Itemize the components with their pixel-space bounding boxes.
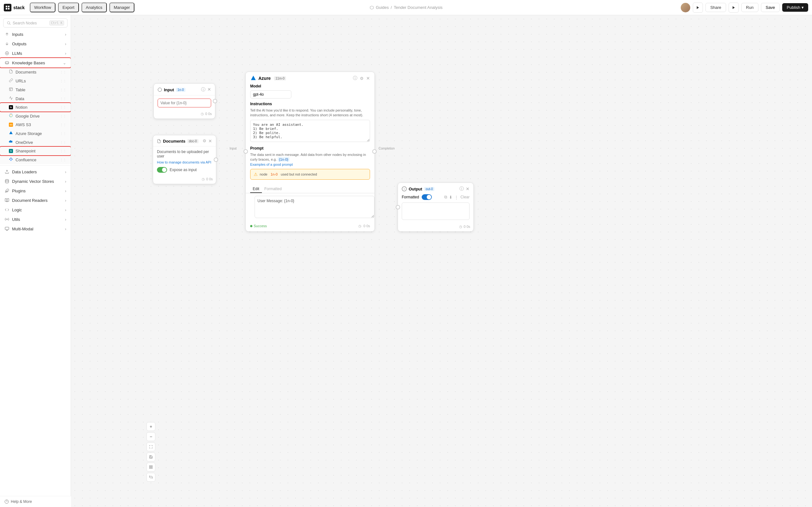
breadcrumb-folder[interactable]: Guides — [376, 5, 389, 10]
formatted-toggle[interactable] — [422, 194, 432, 200]
formatted-label: Formatted — [402, 195, 419, 199]
sidebar-item-inputs[interactable]: Inputs › — [0, 30, 71, 39]
info-icon[interactable]: ⓘ — [201, 87, 205, 93]
azure-instructions-textarea[interactable] — [250, 120, 370, 142]
svg-point-11 — [5, 179, 9, 181]
output-connector-left[interactable] — [396, 205, 400, 210]
node-docs-api-link[interactable]: How to manage documents via API — [157, 160, 211, 164]
sidebar-subitem-documents[interactable]: Documents ⋮⋮ — [0, 67, 71, 76]
sidebar-subitem-confluence[interactable]: Confluence ⋮⋮ — [0, 155, 71, 164]
warning-node-ref: 1n-0 — [269, 172, 279, 176]
info-icon-output[interactable]: ⓘ — [459, 186, 464, 192]
azure-prompt-group: Prompt The data sent in each message. Ad… — [246, 146, 374, 185]
sidebar-subitem-azure-storage[interactable]: Azure Storage ⋮⋮ — [0, 129, 71, 138]
azure-instructions-label: Instructions — [250, 102, 370, 106]
prompt-good-link[interactable]: Examples of a good prompt — [250, 163, 293, 166]
sidebar-item-dynamic-vector-stores[interactable]: Dynamic Vector Stores › — [0, 176, 71, 186]
drag-handle-icon-gdrive: ⋮⋮ — [60, 114, 66, 118]
clear-button[interactable]: Clear — [460, 195, 469, 199]
sidebar-subitem-onedrive[interactable]: OneDrive ⋮⋮ — [0, 138, 71, 147]
save-canvas-button[interactable] — [147, 452, 155, 461]
node-docs-header: Documents doc-0 ⚙ ✕ — [153, 135, 216, 147]
sidebar-label-inputs: Inputs — [12, 32, 62, 37]
tab-edit[interactable]: Edit — [250, 185, 262, 193]
sidebar-subitem-aws-s3[interactable]: S3 AWS S3 ⋮⋮ — [0, 120, 71, 129]
zoom-in-button[interactable]: + — [147, 422, 155, 431]
nav-tab-export[interactable]: Export — [58, 3, 79, 12]
input-connector-label: Input — [230, 147, 237, 150]
node-docs-description: Documents to be uploaded per user — [157, 150, 212, 158]
more-icon[interactable]: ⋮ — [454, 195, 458, 200]
share-button[interactable]: Share — [705, 3, 726, 12]
svg-marker-4 — [697, 6, 699, 9]
close-icon[interactable]: ✕ — [207, 87, 211, 93]
sidebar-item-knowledge-bases[interactable]: Knowledge Bases ⌄ — [0, 58, 71, 67]
azure-connector-right[interactable] — [372, 149, 377, 154]
logo: stack — [4, 4, 25, 11]
node-input-time: 0 0s — [205, 112, 212, 116]
fit-view-button[interactable] — [147, 442, 155, 451]
settings-icon-azure[interactable]: ⚙ — [360, 76, 364, 81]
node-documents: Documents doc-0 ⚙ ✕ Documents to be uplo… — [153, 135, 216, 184]
multi-modal-icon — [4, 226, 9, 231]
copy-icon[interactable]: ⧉ — [444, 194, 447, 200]
sidebar-item-data-loaders[interactable]: Data Loaders › — [0, 167, 71, 176]
logo-text: stack — [13, 5, 25, 10]
settings-icon[interactable]: ⚙ — [203, 138, 206, 144]
run-button[interactable]: Run — [741, 3, 758, 12]
download-icon[interactable]: ⬇ — [449, 195, 452, 200]
sidebar-item-plugins[interactable]: Plugins › — [0, 186, 71, 195]
sidebar-subitem-urls[interactable]: URLs ⋮⋮ — [0, 76, 71, 85]
docs-connector-right[interactable] — [214, 158, 218, 162]
sidebar-item-outputs[interactable]: Outputs › — [0, 39, 71, 49]
subitem-label-table: Table — [15, 88, 26, 92]
input-node-connector-out[interactable] — [213, 99, 217, 103]
grid-view-button[interactable] — [147, 463, 155, 471]
output-textarea[interactable] — [402, 203, 469, 220]
llms-icon — [4, 51, 9, 56]
sidebar-subitem-google-drive[interactable]: Google Drive ⋮⋮ — [0, 112, 71, 120]
run-play-icon[interactable] — [728, 3, 739, 13]
sidebar-item-multi-modal[interactable]: Multi-Modal › — [0, 224, 71, 233]
sidebar-item-document-readers[interactable]: Document Readers › — [0, 195, 71, 205]
minimap-button[interactable] — [147, 473, 155, 482]
model-select[interactable]: gpt-4o — [250, 90, 291, 99]
nav-tab-workflow[interactable]: Workflow — [30, 3, 55, 12]
sidebar-subitem-data[interactable]: Data ⋮⋮ — [0, 94, 71, 103]
output-title: Output — [409, 187, 422, 191]
info-icon-azure[interactable]: ⓘ — [353, 75, 357, 81]
close-icon-output[interactable]: ✕ — [466, 186, 469, 191]
azure-prompt-textarea[interactable]: User Message: {1n-0} — [255, 196, 374, 218]
output-header: + Output out-0 ⓘ ✕ — [398, 183, 473, 193]
node-input-value-field[interactable] — [158, 99, 211, 107]
svg-rect-19 — [150, 467, 151, 469]
save-button[interactable]: Save — [761, 3, 780, 12]
close-icon-azure[interactable]: ✕ — [366, 76, 370, 81]
chevron-right-utils: › — [65, 217, 66, 222]
node-docs-footer: ◷ 0 0s — [153, 176, 216, 184]
sidebar-item-logic[interactable]: Logic › — [0, 205, 71, 215]
nav-tab-manager[interactable]: Manager — [109, 3, 135, 12]
tab-formatted[interactable]: Formatted — [262, 185, 285, 193]
expose-toggle[interactable] — [157, 167, 167, 173]
sidebar-subitem-notion[interactable]: N Notion ⋮⋮ — [0, 103, 71, 112]
output-header-actions: ⓘ ✕ — [459, 186, 469, 192]
sidebar-item-llms[interactable]: LLMs › — [0, 49, 71, 58]
nav-tab-analytics[interactable]: Analytics — [82, 3, 107, 12]
sidebar-subitem-sharepoint[interactable]: S Sharepoint ⋮⋮ — [0, 147, 71, 155]
clock-icon-azure: ◷ — [358, 224, 361, 228]
azure-title: Azure — [258, 76, 271, 81]
help-footer[interactable]: Help & More — [0, 496, 71, 507]
sidebar-item-utils[interactable]: Utils › — [0, 215, 71, 224]
sidebar-subitem-table[interactable]: Table ⋮⋮ — [0, 85, 71, 94]
azure-footer: Success ◷ 0 0s — [246, 222, 374, 231]
azure-connector-left[interactable] — [244, 149, 248, 154]
close-icon-docs[interactable]: ✕ — [208, 138, 212, 144]
output-plus-icon: + — [402, 186, 407, 191]
zoom-out-button[interactable]: − — [147, 432, 155, 441]
knowledge-bases-subitems: Documents ⋮⋮ URLs ⋮⋮ Table ⋮⋮ — [0, 67, 71, 164]
search-box[interactable]: Search Nodes Ctrl K — [3, 18, 67, 27]
publish-button[interactable]: Publish ▾ — [782, 3, 808, 12]
outputs-icon — [4, 41, 9, 46]
play-icon-btn[interactable] — [693, 3, 703, 13]
